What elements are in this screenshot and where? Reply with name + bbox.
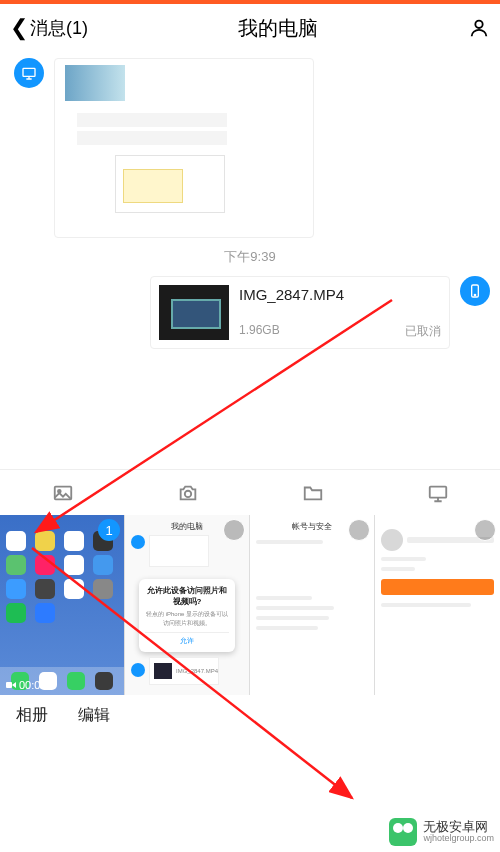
screen-icon[interactable] [426, 481, 450, 505]
camera-icon[interactable] [176, 481, 200, 505]
back-label: 消息(1) [30, 16, 88, 40]
svg-rect-7 [429, 486, 446, 497]
photo-item-2[interactable]: 我的电脑 允许此设备访问照片和视频吗? 轻点的 iPhone 显示的设备可以访问… [125, 515, 250, 695]
permission-dialog: 允许此设备访问照片和视频吗? 轻点的 iPhone 显示的设备可以访问照片和视频… [139, 579, 235, 652]
message-outgoing: IMG_2847.MP4 1.96GB 已取消 [10, 276, 490, 349]
watermark-logo-icon [389, 818, 417, 846]
svg-rect-8 [6, 682, 12, 688]
file-message[interactable]: IMG_2847.MP4 1.96GB 已取消 [150, 276, 450, 349]
album-button[interactable]: 相册 [16, 705, 48, 726]
gallery-icon[interactable] [51, 481, 75, 505]
file-name: IMG_2847.MP4 [239, 286, 441, 303]
photo-item-4[interactable] [375, 515, 500, 695]
svg-rect-1 [23, 68, 35, 76]
video-duration: 00:07 [6, 679, 47, 691]
selection-badge: 1 [98, 519, 120, 541]
photo-picker: 1 00:07 我的电脑 允许此设备访问照片和视频吗? 轻点的 iPhone 显… [0, 515, 500, 695]
file-info: IMG_2847.MP4 1.96GB 已取消 [239, 286, 441, 340]
watermark-name: 无极安卓网 [423, 819, 488, 834]
message-incoming [14, 58, 490, 238]
profile-icon[interactable] [468, 17, 490, 39]
attachment-toolbar [0, 469, 500, 515]
chat-area: 下午9:39 IMG_2847.MP4 1.96GB 已取消 [0, 52, 500, 349]
chevron-left-icon: ❮ [10, 15, 28, 41]
nav-header: ❮ 消息(1) 我的电脑 [0, 4, 500, 52]
svg-point-3 [474, 294, 475, 295]
picker-actions: 相册 编辑 [0, 695, 500, 735]
image-message[interactable] [54, 58, 314, 238]
watermark: 无极安卓网 wjhotelgroup.com [389, 818, 494, 846]
back-button[interactable]: ❮ 消息(1) [10, 15, 88, 41]
timestamp: 下午9:39 [10, 248, 490, 266]
selection-circle [348, 519, 370, 541]
svg-point-6 [184, 490, 190, 496]
video-icon [6, 681, 16, 689]
file-status: 已取消 [405, 323, 441, 340]
selection-circle [474, 519, 496, 541]
svg-point-0 [475, 21, 482, 28]
photo-item-3[interactable]: 帐号与安全 [250, 515, 375, 695]
phone-avatar-icon[interactable] [460, 276, 490, 306]
pc-avatar-icon[interactable] [14, 58, 44, 88]
watermark-url: wjhotelgroup.com [423, 834, 494, 844]
page-title: 我的电脑 [88, 15, 468, 42]
file-size: 1.96GB [239, 323, 280, 340]
video-thumbnail [159, 285, 229, 340]
folder-icon[interactable] [301, 481, 325, 505]
photo-item-1[interactable]: 1 00:07 [0, 515, 125, 695]
edit-button[interactable]: 编辑 [78, 705, 110, 726]
